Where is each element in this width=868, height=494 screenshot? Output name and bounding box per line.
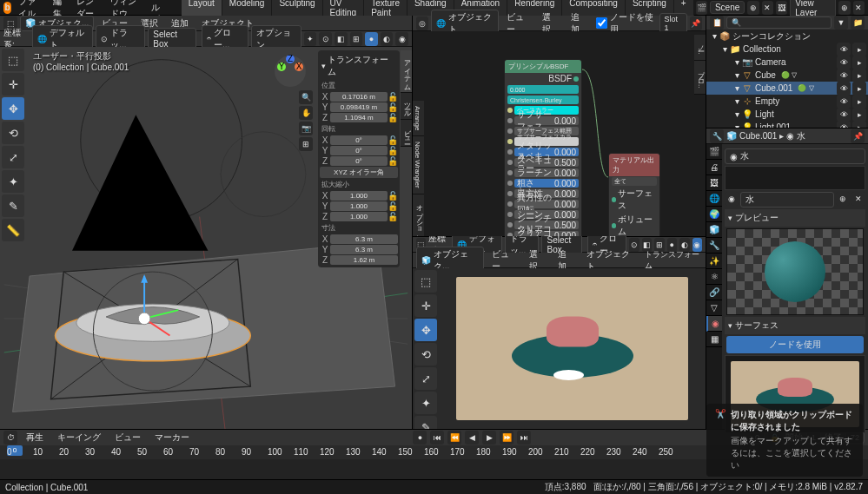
ptab-modifiers[interactable]: 🔧 xyxy=(706,238,722,254)
ptab-texture[interactable]: ▦ xyxy=(706,332,722,347)
node-tab-options[interactable]: オプション xyxy=(413,194,424,236)
ntab-item[interactable]: アイテム xyxy=(401,50,412,93)
tool-cursor[interactable]: ✛ xyxy=(2,73,24,96)
scene-del-icon[interactable]: ✕ xyxy=(762,1,773,15)
editor-type-icon[interactable]: 📋 xyxy=(710,16,724,30)
outliner-row[interactable]: ▾ 💡Light.001👁▸ xyxy=(706,121,868,128)
tool-rotate[interactable]: ⟲ xyxy=(414,343,437,366)
tl-view-menu[interactable]: ビュー xyxy=(109,430,146,445)
ntab-tool[interactable]: ツール xyxy=(401,93,412,120)
tool-select[interactable]: ⬚ xyxy=(2,49,24,71)
preview-section[interactable]: ▾ プレビュー xyxy=(725,209,865,227)
playback-menu[interactable]: 再生 xyxy=(21,430,49,445)
jump-start-icon[interactable]: ⏮ xyxy=(430,431,444,445)
camera-view-icon[interactable]: 📷 xyxy=(299,122,313,135)
ptab-output[interactable]: 🖨 xyxy=(706,160,722,175)
tool-scale[interactable]: ⤢ xyxy=(414,367,437,390)
disable-icon[interactable]: ▸ xyxy=(852,108,866,122)
ptab-physics[interactable]: ⚛ xyxy=(706,269,722,285)
outliner-row[interactable]: ▾ ▽Cube.001🟢 ▽👁▸ xyxy=(706,82,868,95)
tool-annotate[interactable]: ✎ xyxy=(2,194,24,217)
outliner-row[interactable]: ▾ 📁Collection👁▸ xyxy=(706,43,868,56)
tool-measure[interactable]: 📏 xyxy=(2,219,24,241)
keying-menu[interactable]: キーイング xyxy=(52,430,106,445)
outliner-search[interactable]: 🔍 xyxy=(726,16,832,29)
disable-icon[interactable]: ▸ xyxy=(852,69,866,82)
shading-solid-icon[interactable]: ● xyxy=(365,32,378,46)
tool-annotate[interactable]: ✎ xyxy=(414,416,437,429)
shading-rendered-icon[interactable]: ◉ xyxy=(395,32,408,46)
loc-y-input[interactable]: 0.098419 m xyxy=(330,102,388,112)
disable-icon[interactable]: ▸ xyxy=(852,121,866,128)
editor-type-icon[interactable]: ◎ xyxy=(416,16,428,30)
prev-key-icon[interactable]: ⏪ xyxy=(447,431,461,445)
disable-icon[interactable]: ▸ xyxy=(852,56,866,69)
disable-icon[interactable]: ▸ xyxy=(852,82,866,96)
eye-icon[interactable]: 👁 xyxy=(837,108,851,122)
ptab-particles[interactable]: ✨ xyxy=(706,254,722,269)
rot-mode-dropdown[interactable]: XYZ オイラー角 xyxy=(320,167,398,178)
marker-menu[interactable]: マーカー xyxy=(149,430,195,445)
ptab-scene[interactable]: 🌐 xyxy=(706,191,722,207)
eye-icon[interactable]: 👁 xyxy=(837,95,851,109)
nav-gizmo[interactable]: X Y Z xyxy=(273,54,308,89)
eye-icon[interactable]: 👁 xyxy=(837,82,851,96)
viewlayer-del-icon[interactable]: ✕ xyxy=(853,1,865,15)
editor-type-icon[interactable]: ⏱ xyxy=(3,431,17,445)
outliner-row[interactable]: ▾ ⊹Empty👁▸ xyxy=(706,95,868,108)
viewlayer-icon[interactable]: 🖼 xyxy=(776,1,787,15)
node-tab-arrange[interactable]: Arrange xyxy=(413,101,424,136)
scene-dropdown[interactable]: Scene xyxy=(710,1,745,14)
eye-icon[interactable]: 👁 xyxy=(837,121,851,128)
mat-browse-icon[interactable]: ◉ xyxy=(725,192,739,206)
node-tab-wrangler[interactable]: Node Wrangler xyxy=(413,136,424,194)
ptab-render[interactable]: 🎬 xyxy=(706,144,722,160)
eye-icon[interactable]: 👁 xyxy=(837,56,851,69)
node-ntab-pro[interactable]: プロ… xyxy=(694,61,706,95)
outliner-body[interactable]: ▾ 📦 シーンコレクション▾ 📁Collection👁▸▾ 📷Camera👁▸▾… xyxy=(706,30,868,128)
ntab-view[interactable]: ビュー xyxy=(401,120,412,147)
system-notification[interactable]: ✂️ 切り取り領域がクリップボードに保存されました 画像をマークアップして共有す… xyxy=(706,404,863,477)
play-icon[interactable]: ▶ xyxy=(482,431,496,445)
rot-x-input[interactable]: 0° xyxy=(330,135,388,145)
material-slot[interactable]: 水 xyxy=(740,150,860,162)
rendered-viewport[interactable]: ⬚ ✛ ✥ ⟲ ⤢ ✦ ✎ 📏 xyxy=(413,268,706,429)
disable-icon[interactable]: ▸ xyxy=(852,43,866,56)
shading-preview-icon[interactable]: ◐ xyxy=(381,32,394,46)
mat-users[interactable]: ⊕ xyxy=(836,192,850,206)
xray-icon[interactable]: ◧ xyxy=(335,32,348,46)
transform-panel-header[interactable]: ▾ トランスフォーム xyxy=(320,52,398,80)
tool-transform[interactable]: ✦ xyxy=(414,392,437,414)
gizmo-toggle-icon[interactable]: ✦ xyxy=(304,32,317,46)
material-name-field[interactable]: 水 xyxy=(740,192,834,207)
scene-new-icon[interactable]: ⊕ xyxy=(747,1,759,15)
tool-move[interactable]: ✥ xyxy=(2,97,24,120)
new-collection-icon[interactable]: 📁 xyxy=(851,16,865,30)
jump-end-icon[interactable]: ⏭ xyxy=(517,431,531,445)
ptab-world[interactable]: 🌍 xyxy=(706,207,722,222)
mat-del-icon[interactable]: ✕ xyxy=(851,192,865,206)
node-editor-body[interactable]: 水 プリンシプルBSDF BSDF 0.000 Christensen-Burl… xyxy=(413,31,706,236)
ptab-viewlayer[interactable]: 🖼 xyxy=(706,175,722,191)
shading-wire-icon[interactable]: ⊞ xyxy=(350,32,363,46)
filter-icon[interactable]: ▼ xyxy=(834,16,848,30)
editor-type-icon[interactable]: 🔧 xyxy=(710,129,724,143)
outliner-row[interactable]: ▾ 📷Camera👁▸ xyxy=(706,56,868,69)
ptab-constraints[interactable]: 🔗 xyxy=(706,285,722,300)
ptab-data[interactable]: ▽ xyxy=(706,300,722,316)
surface-section[interactable]: ▾ サーフェス xyxy=(725,317,865,334)
tool-rotate[interactable]: ⟲ xyxy=(2,122,24,144)
outliner-scene-collection[interactable]: ▾ 📦 シーンコレクション xyxy=(706,30,868,43)
play-rev-icon[interactable]: ◀ xyxy=(465,431,479,445)
node-principled-bsdf[interactable]: プリンシプルBSDF BSDF 0.000 Christensen-Burley… xyxy=(504,59,582,236)
scale-z-input[interactable]: 1.000 xyxy=(330,212,388,221)
use-nodes-button[interactable]: ノードを使用 xyxy=(726,336,864,353)
eye-icon[interactable]: 👁 xyxy=(837,43,851,56)
tool-transform[interactable]: ✦ xyxy=(2,170,24,193)
outliner-row[interactable]: ▾ 💡Light👁▸ xyxy=(706,108,868,121)
disable-icon[interactable]: ▸ xyxy=(852,95,866,109)
lock-icon[interactable]: 🔓 xyxy=(388,102,398,112)
pin-icon[interactable]: 📌 xyxy=(690,16,702,30)
lock-icon[interactable]: 🔓 xyxy=(388,92,398,102)
rot-y-input[interactable]: 0° xyxy=(330,146,388,155)
